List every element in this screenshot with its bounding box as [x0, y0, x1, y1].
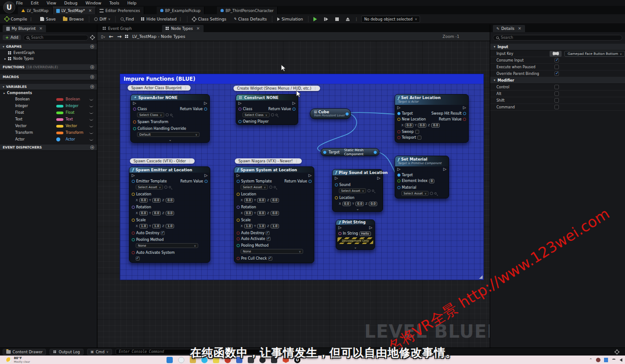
pin-return-value[interactable]: [308, 180, 312, 183]
variable-row-text[interactable]: Text Text: [0, 116, 97, 123]
blueprint-search-input[interactable]: [31, 36, 85, 40]
graph-item-node-types[interactable]: ▸ Node Types: [0, 56, 97, 62]
pin-scale[interactable]: [237, 219, 240, 222]
pin-emitter-template[interactable]: [132, 180, 135, 183]
graph-item-eventgraph[interactable]: EventGraph: [0, 50, 97, 56]
add-function-icon[interactable]: +: [90, 65, 94, 69]
variable-row-transform[interactable]: Transform Transform: [0, 129, 97, 136]
z-value-field[interactable]: 0.0: [166, 198, 174, 203]
edge-icon[interactable]: [201, 357, 208, 363]
pin-material[interactable]: [397, 186, 400, 189]
sweep-checkbox[interactable]: [415, 130, 419, 134]
y-value-field[interactable]: 0.0: [152, 211, 161, 215]
breadcrumb-current[interactable]: Node Types: [161, 34, 185, 39]
pin-pooling-method[interactable]: [132, 238, 135, 241]
browse-asset-icon[interactable]: [434, 192, 437, 194]
pin-target[interactable]: [397, 174, 400, 177]
variable-row-vector[interactable]: Vector Vector: [0, 123, 97, 129]
node-set-actor-location[interactable]: ƒSet Actor Location Target is Actor ▷▷ T…: [395, 94, 469, 143]
consume-input-checkbox[interactable]: [554, 58, 559, 62]
pooling-method-dropdown[interactable]: None∨: [241, 249, 303, 254]
save-button[interactable]: Save: [38, 16, 58, 22]
node-spawn-emitter-at-location[interactable]: ƒSpawn Emitter at Location ▷▷ Emitter Te…: [129, 166, 210, 263]
bookmark-icon[interactable]: ▯∨: [101, 34, 105, 39]
close-tab-icon[interactable]: ✕: [196, 26, 200, 31]
pin-exec-in[interactable]: ▷: [338, 226, 342, 230]
section-graphs[interactable]: ▾ GRAPHS +: [0, 44, 97, 50]
collision-dropdown[interactable]: Default∨: [137, 132, 200, 137]
pin-exec-out[interactable]: ▷: [204, 174, 208, 178]
override-parent-binding-checkbox[interactable]: [554, 71, 559, 76]
y-value-field[interactable]: 0.0: [257, 198, 266, 203]
add-macro-icon[interactable]: +: [90, 75, 94, 79]
node-construct-widget[interactable]: Construct NONE ▷▷ ClassReturn Value Sele…: [236, 94, 298, 125]
control-checkbox[interactable]: [554, 85, 559, 89]
pin-location[interactable]: [132, 193, 135, 196]
section-functions[interactable]: FUNCTIONS (18 OVERRIDABLE) +: [0, 64, 97, 70]
close-panel-icon[interactable]: ✕: [518, 26, 521, 31]
pin-system-template[interactable]: [237, 180, 240, 183]
y-value-field[interactable]: 0.0: [418, 123, 426, 128]
node-cube-reference[interactable]: ⊞ Cube from Persistent Level: [310, 108, 351, 119]
compile-options-icon[interactable]: ⋮: [29, 17, 33, 21]
visibility-icon[interactable]: [89, 98, 93, 100]
tab-node-types[interactable]: Node Types ✕: [162, 25, 203, 32]
use-selected-icon[interactable]: [166, 113, 169, 116]
visibility-icon[interactable]: [89, 138, 93, 141]
variable-row-integer[interactable]: Integer Integer: [0, 103, 97, 109]
use-selected-icon[interactable]: [430, 192, 433, 195]
z-value-field[interactable]: 0.0: [271, 211, 279, 215]
z-value-field[interactable]: 1.0: [166, 224, 174, 228]
pin-auto-activate-system[interactable]: [132, 251, 135, 254]
node-spawnactor[interactable]: ✦ SpawnActor NONE ▷▷ ClassReturn Value S…: [130, 94, 210, 143]
console-command-input[interactable]: [116, 349, 263, 355]
section-variables[interactable]: ▾ VARIABLES +: [0, 84, 97, 90]
pin-class[interactable]: [133, 108, 136, 111]
add-button[interactable]: + Add: [3, 35, 21, 40]
x-value-field[interactable]: 0.0: [139, 198, 148, 203]
pin-exec-in[interactable]: ▷: [397, 167, 400, 171]
use-selected-icon[interactable]: [271, 113, 274, 116]
comment-resize-handle[interactable]: [479, 275, 483, 279]
z-value-field[interactable]: 0.0: [271, 198, 279, 203]
comment-title[interactable]: Impure Functions (BLUE): [120, 74, 483, 84]
hide-unrelated-options-icon[interactable]: ⋮: [178, 17, 182, 21]
app-icon[interactable]: [236, 357, 242, 363]
panel-settings-icon[interactable]: [91, 36, 94, 39]
expand-pins-icon[interactable]: ⌄: [335, 207, 380, 211]
visibility-icon[interactable]: [89, 112, 93, 114]
alt-checkbox[interactable]: [554, 91, 559, 96]
pin-pooling-method[interactable]: [237, 244, 240, 247]
content-drawer-button[interactable]: Content Drawer: [3, 349, 46, 355]
pin-exec-in[interactable]: ▷: [397, 106, 400, 110]
variable-category-components[interactable]: ▸ Components: [0, 90, 97, 96]
forward-icon[interactable]: →: [117, 33, 121, 40]
pin-exec-out[interactable]: ▷: [204, 101, 207, 105]
node-spawn-system-at-location[interactable]: ƒSpawn System at Location ▷▷ System Temp…: [234, 166, 314, 263]
pin-return-value[interactable]: [204, 180, 208, 183]
auto-activate-checkbox[interactable]: [267, 237, 271, 241]
pin-return-value[interactable]: [292, 108, 296, 111]
pin-collision-handling[interactable]: [133, 127, 136, 130]
section-event-dispatchers[interactable]: EVENT DISPATCHERS +: [0, 145, 97, 151]
pin-exec-in[interactable]: ▷: [238, 101, 242, 105]
y-value-field[interactable]: 1.0: [257, 224, 266, 228]
variable-row-boolean[interactable]: Boolean Boolean: [0, 96, 97, 103]
pin-exec-out[interactable]: ▷: [369, 226, 372, 230]
node-print-string[interactable]: ƒPrint String ▷▷ In StringHello Developm…: [336, 219, 375, 250]
menu-window[interactable]: Window: [85, 1, 101, 5]
x-value-field[interactable]: 0.0: [139, 211, 148, 215]
visibility-icon[interactable]: [89, 105, 93, 107]
use-selected-icon[interactable]: [367, 189, 371, 192]
x-value-field[interactable]: 0.0: [405, 123, 413, 128]
pin-exec-in[interactable]: ▷: [335, 176, 338, 180]
pin-in-string[interactable]: [338, 232, 342, 235]
debug-object-dropdown[interactable]: No debug object selected ∨: [361, 16, 421, 23]
pin-exec-out[interactable]: ▷: [463, 106, 466, 110]
pooling-method-dropdown[interactable]: None∨: [136, 243, 198, 248]
unreal-engine-taskbar-icon[interactable]: U: [294, 357, 300, 363]
select-asset-dropdown[interactable]: Select Asset∨: [136, 185, 163, 190]
pin-exec-out[interactable]: ▷: [308, 174, 312, 178]
pin-exec-in[interactable]: ▷: [237, 174, 240, 178]
add-graph-icon[interactable]: +: [90, 45, 94, 49]
